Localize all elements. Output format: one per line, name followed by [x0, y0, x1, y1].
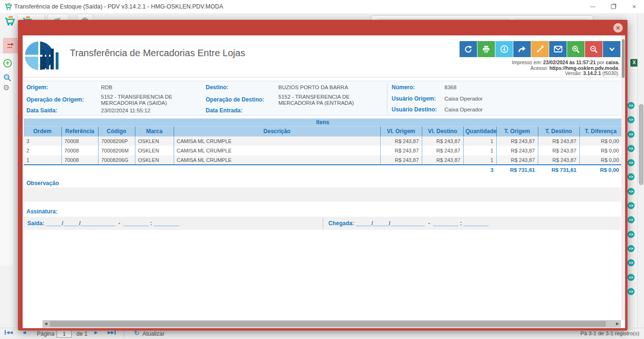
- row-view-button[interactable]: [627, 159, 635, 166]
- totals-spacer: [380, 165, 422, 175]
- eye-icon: [628, 246, 634, 251]
- zoom-in-button[interactable]: [567, 41, 585, 57]
- modal-vertical-scrollbar[interactable]: [621, 35, 625, 320]
- restore-button[interactable]: [603, 0, 623, 13]
- column-header: Vl. Destino: [422, 126, 463, 136]
- more-options-button[interactable]: [603, 41, 620, 57]
- gear-icon[interactable]: ⚙: [3, 83, 9, 92]
- totals-spacer: [61, 165, 98, 175]
- modal-content: Transferência de Mercadorias Entre Lojas…: [23, 35, 625, 328]
- destino-label: Destino:: [206, 84, 228, 91]
- table-cell: R$ 243,87: [380, 136, 422, 146]
- download-icon: [500, 45, 509, 53]
- table-cell: R$ 243,87: [422, 155, 463, 165]
- column-header: Ordem: [24, 126, 61, 136]
- scroll-left-icon[interactable]: ◀: [44, 322, 47, 326]
- eye-icon: [628, 232, 634, 237]
- page-vertical-scrollbar[interactable]: ▼: [637, 13, 644, 339]
- print-button[interactable]: [477, 41, 495, 57]
- chegada-signature-line: Chegada: _____/_____/___________ - _____…: [328, 220, 489, 227]
- assinatura-label: Assinatura:: [26, 208, 58, 215]
- modal-close-button[interactable]: ×: [613, 23, 623, 33]
- row-view-button[interactable]: [627, 173, 635, 180]
- share-icon: [518, 45, 526, 53]
- window-title: Transferência de Estoque (Saída) - PDV v…: [14, 3, 223, 10]
- numero-value: 8368: [444, 85, 457, 91]
- row-view-button[interactable]: [627, 116, 635, 123]
- atualizar-button[interactable]: Atualizar: [142, 331, 165, 337]
- usuario-destino-label: Usuário Destino:: [392, 106, 437, 113]
- next-page-button[interactable]: ▶: [94, 330, 98, 335]
- row-view-button[interactable]: [627, 102, 635, 109]
- column-header: Quantidade: [463, 126, 496, 136]
- share-button[interactable]: [513, 41, 531, 57]
- stock-transfer-cart-icon[interactable]: [4, 15, 16, 28]
- window-close-button[interactable]: ×: [624, 0, 644, 13]
- table-cell: 2: [24, 146, 61, 155]
- page-of-label: de 1: [76, 331, 87, 337]
- modal-horizontal-scrollbar[interactable]: ◀ ▶: [42, 320, 621, 328]
- search-icon[interactable]: [3, 74, 11, 84]
- table-row: 17000870008206GOSKLENCAMISA ML CRUMPLER$…: [24, 155, 622, 165]
- report-title: Transferência de Mercadorias Entre Lojas: [70, 48, 245, 59]
- table-cell: CAMISA ML CRUMPLE: [174, 136, 380, 146]
- chevron-down-icon: [608, 45, 616, 53]
- zoom-out-button[interactable]: [585, 41, 602, 57]
- scrollbar-thumb[interactable]: [50, 321, 606, 327]
- pagina-label: Página: [37, 331, 54, 337]
- print-meta: Impresso em: 23/02/2024 às 11:57:21 por …: [512, 60, 619, 76]
- table-cell: 70008: [61, 146, 98, 155]
- last-page-button[interactable]: ▶▶: [108, 330, 116, 335]
- row-view-button[interactable]: [627, 259, 635, 266]
- operacao-origem-value: 5152 - TRANSFERENCIA DE MERCADORIA PA (S…: [101, 94, 204, 106]
- usuario-destino-value: Caixa Operador: [444, 107, 483, 113]
- row-view-button[interactable]: [627, 188, 635, 195]
- items-table-body: 37000870008206POSKLENCAMISA ML CRUMPLER$…: [24, 136, 622, 165]
- scroll-right-icon[interactable]: ▶: [616, 322, 619, 326]
- table-cell: R$ 243,87: [496, 155, 538, 165]
- row-view-button[interactable]: [627, 231, 635, 238]
- row-view-button[interactable]: [627, 288, 635, 295]
- scrollbar-thumb[interactable]: [622, 39, 625, 78]
- row-view-button[interactable]: [627, 216, 635, 223]
- download-button[interactable]: [495, 41, 513, 57]
- table-cell: R$ 0,00: [579, 136, 622, 146]
- data-saida-value: 23/02/2024 11:55:12: [101, 108, 204, 114]
- table-cell: R$ 243,87: [496, 146, 538, 155]
- refresh-button[interactable]: [460, 41, 477, 57]
- prev-page-button[interactable]: ◀: [23, 330, 26, 335]
- table-cell: R$ 243,87: [538, 146, 579, 155]
- eye-icon: [628, 160, 634, 165]
- first-page-button[interactable]: ◀◀: [5, 330, 13, 335]
- usuario-origem-label: Usuário Origem:: [392, 95, 436, 102]
- export-excel-icon[interactable]: X: [630, 59, 638, 67]
- eye-icon: [628, 103, 634, 108]
- minimize-button[interactable]: [583, 0, 602, 13]
- tab-transferencia[interactable]: [3, 38, 19, 53]
- meta-line-version: Versão: 3.14.2.1 (f5030).: [512, 71, 619, 76]
- add-button[interactable]: +: [3, 59, 12, 68]
- refresh-icon: [464, 45, 472, 53]
- origem-label: Origem:: [26, 84, 48, 91]
- row-view-button[interactable]: [627, 131, 635, 138]
- column-header: T. Origem: [496, 126, 538, 136]
- eye-icon: [628, 117, 634, 122]
- email-button[interactable]: [549, 41, 567, 57]
- table-row: 37000870008206POSKLENCAMISA ML CRUMPLER$…: [24, 136, 622, 146]
- scrollbar-thumb[interactable]: [639, 104, 644, 185]
- records-count-label: Pá 3-1 de 3-1 registro(s): [580, 331, 639, 336]
- data-saida-label: Data Saída:: [26, 107, 57, 114]
- page-input[interactable]: [57, 330, 72, 338]
- table-cell: CAMISA ML CRUMPLE: [174, 146, 380, 155]
- row-view-button[interactable]: [627, 145, 635, 152]
- expand-button[interactable]: [531, 41, 549, 57]
- row-view-button[interactable]: [627, 202, 635, 209]
- table-cell: 70008206G: [98, 155, 135, 165]
- table-cell: 3: [24, 136, 61, 146]
- row-view-button[interactable]: [627, 245, 635, 252]
- row-view-button[interactable]: [627, 274, 635, 281]
- separator: [124, 330, 124, 337]
- eye-icon: [628, 203, 634, 208]
- minimize-icon: [590, 7, 595, 7]
- header-divider: [24, 77, 621, 77]
